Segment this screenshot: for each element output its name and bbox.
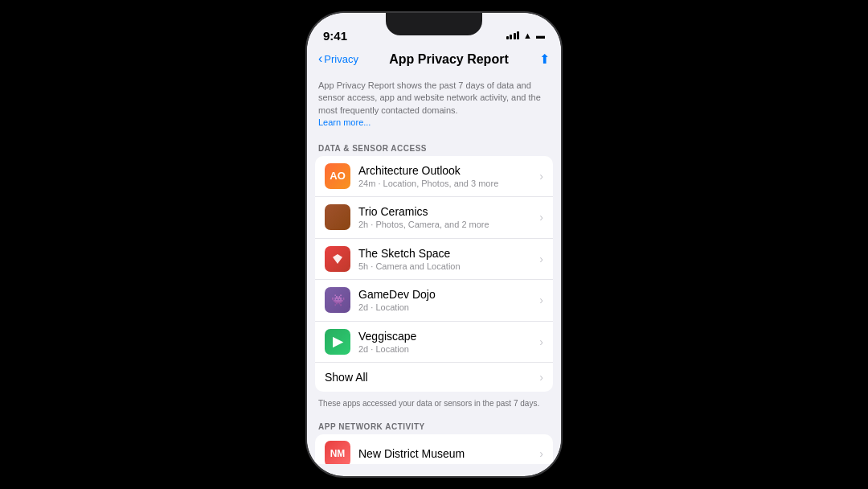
item-text-sketch: The Sketch Space 5h · Camera and Locatio…	[358, 246, 531, 272]
chevron-right-icon: ›	[539, 447, 543, 460]
description-block: App Privacy Report shows the past 7 days…	[307, 73, 561, 139]
app-name: Architecture Outlook	[358, 163, 531, 178]
item-text-trio: Trio Ceramics 2h · Photos, Camera, and 2…	[358, 204, 531, 230]
chevron-right-icon: ›	[539, 294, 543, 306]
app-name: GameDev Dojo	[358, 287, 531, 302]
app-name: The Sketch Space	[358, 246, 531, 261]
signal-bars-icon	[506, 31, 520, 39]
chevron-right-icon: ›	[539, 335, 543, 348]
list-item[interactable]: Trio Ceramics 2h · Photos, Camera, and 2…	[315, 197, 553, 238]
app-icon-gamedev: 👾	[325, 287, 350, 313]
item-text-gamedev: GameDev Dojo 2d · Location	[358, 287, 531, 313]
chevron-right-icon: ›	[539, 253, 543, 265]
data-sensor-header: DATA & SENSOR ACCESS	[307, 139, 561, 156]
app-icon-trio	[325, 204, 350, 230]
show-all-button[interactable]: Show All ›	[315, 363, 553, 392]
item-text-veggi: Veggiscape 2d · Location	[358, 329, 531, 355]
status-icons: ▲ ▬	[506, 31, 545, 40]
list-item[interactable]: 👾 GameDev Dojo 2d · Location ›	[315, 280, 553, 321]
content-scroll[interactable]: App Privacy Report shows the past 7 days…	[307, 73, 561, 464]
app-detail: 24m · Location, Photos, and 3 more	[358, 178, 531, 189]
app-icon-sketch	[325, 246, 350, 272]
phone-frame: 9:41 ▲ ▬ ‹ Privacy App Privacy Report ⬆	[305, 11, 563, 478]
show-all-label: Show All	[325, 371, 368, 384]
app-detail: 5h · Camera and Location	[358, 261, 531, 272]
nav-bar: ‹ Privacy App Privacy Report ⬆	[307, 48, 561, 73]
network-item-top: NM New District Museum ›	[325, 441, 543, 464]
app-detail: 2d · Location	[358, 302, 531, 313]
data-sensor-list: AO Architecture Outlook 24m · Location, …	[315, 156, 553, 392]
wifi-icon: ▲	[523, 31, 532, 40]
phone-screen: 9:41 ▲ ▬ ‹ Privacy App Privacy Report ⬆	[307, 13, 561, 476]
back-button[interactable]: ‹ Privacy	[318, 52, 358, 66]
app-detail: 2d · Location	[358, 343, 531, 355]
share-icon[interactable]: ⬆	[539, 51, 550, 67]
network-header: APP NETWORK ACTIVITY	[307, 417, 561, 434]
list-item[interactable]: The Sketch Space 5h · Camera and Locatio…	[315, 239, 553, 280]
notch	[386, 13, 482, 35]
sketch-logo-icon	[330, 252, 345, 266]
network-activity-list: NM New District Museum › 46	[315, 434, 553, 464]
battery-icon: ▬	[536, 31, 545, 40]
app-name: New District Museum	[358, 446, 531, 461]
nav-title: App Privacy Report	[389, 52, 508, 67]
app-detail: 2h · Photos, Camera, and 2 more	[358, 219, 531, 230]
item-text-ao: Architecture Outlook 24m · Location, Pho…	[358, 163, 531, 189]
app-icon-ao: AO	[325, 163, 350, 189]
learn-more-link[interactable]: Learn more...	[318, 117, 371, 127]
chevron-right-icon: ›	[539, 371, 543, 384]
chevron-right-icon: ›	[539, 211, 543, 224]
description-text: App Privacy Report shows the past 7 days…	[318, 80, 541, 115]
app-icon-veggi: ▶	[325, 329, 350, 355]
chevron-right-icon: ›	[539, 170, 543, 183]
network-item[interactable]: NM New District Museum › 46	[315, 434, 553, 464]
list-item[interactable]: AO Architecture Outlook 24m · Location, …	[315, 156, 553, 197]
app-icon-ndm: NM	[325, 441, 350, 464]
status-bar: 9:41 ▲ ▬	[307, 13, 561, 48]
back-chevron-icon: ‹	[318, 51, 322, 66]
app-name: Veggiscape	[358, 329, 531, 343]
back-label: Privacy	[324, 53, 358, 65]
status-time: 9:41	[323, 29, 347, 43]
data-sensor-footer: These apps accessed your data or sensors…	[307, 395, 561, 417]
app-name: Trio Ceramics	[358, 204, 531, 219]
list-item[interactable]: ▶ Veggiscape 2d · Location ›	[315, 322, 553, 363]
